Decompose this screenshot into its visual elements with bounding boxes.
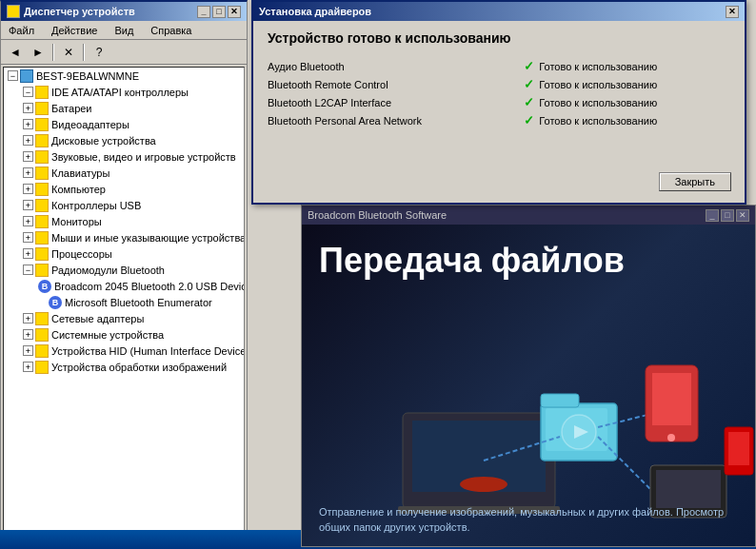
- device-manager-icon: [7, 5, 20, 18]
- toolbar: ◄ ► ✕ ?: [1, 40, 247, 65]
- tree-item[interactable]: +Мыши и иные указывающие устройства: [4, 229, 244, 245]
- driver-row: Аудио Bluetooth ✓ Готово к использованию: [268, 57, 730, 75]
- driver-dialog-close[interactable]: ✕: [726, 6, 739, 18]
- tree-item[interactable]: +Устройства HID (Human Interface Devices…: [4, 343, 244, 359]
- tree-item[interactable]: +Видеоадаптеры: [4, 116, 244, 132]
- expand-icon[interactable]: +: [23, 329, 33, 340]
- expand-icon[interactable]: +: [23, 103, 33, 113]
- titlebar-title-area: Диспетчер устройств: [7, 5, 135, 18]
- driver-content: Устройство готово к использованию Аудио …: [253, 21, 745, 139]
- svg-rect-16: [728, 432, 749, 465]
- tree-item[interactable]: +Системные устройства: [4, 326, 244, 343]
- broadcom-close[interactable]: ✕: [736, 209, 749, 222]
- tree-item[interactable]: −Радиомодули Bluetooth: [4, 262, 244, 278]
- back-button[interactable]: ◄: [5, 43, 26, 62]
- svg-rect-14: [656, 470, 721, 508]
- maximize-button[interactable]: □: [212, 6, 226, 18]
- tree-item-label: Радиомодули Bluetooth: [51, 265, 165, 276]
- svg-rect-11: [652, 373, 691, 425]
- expand-icon[interactable]: +: [23, 135, 33, 146]
- tree-item[interactable]: +Звуковые, видео и игровые устройств: [4, 148, 244, 165]
- close-button[interactable]: ✕: [228, 6, 241, 18]
- expand-icon[interactable]: +: [23, 362, 33, 372]
- svg-point-2: [460, 477, 507, 492]
- driver-name: Bluetooth Remote Control: [268, 75, 522, 93]
- broadcom-title: Broadcom Bluetooth Software: [308, 209, 447, 221]
- expand-icon[interactable]: +: [23, 184, 33, 194]
- forward-button[interactable]: ►: [28, 43, 49, 62]
- tree-item[interactable]: +Процессоры: [4, 245, 244, 262]
- driver-dialog: Установка драйверов ✕ Устройство готово …: [251, 0, 746, 205]
- broadcom-minimize[interactable]: _: [706, 209, 719, 222]
- menu-view[interactable]: Вид: [110, 24, 137, 37]
- help-button[interactable]: ?: [89, 43, 109, 62]
- expand-icon[interactable]: +: [23, 151, 33, 162]
- tree-item-label: Процессоры: [51, 248, 112, 260]
- broadcom-description: Отправление и получение изображений, муз…: [319, 505, 738, 535]
- menu-action[interactable]: Действие: [48, 24, 101, 37]
- expand-icon[interactable]: +: [23, 167, 33, 178]
- expand-icon[interactable]: −: [23, 87, 33, 97]
- expand-icon[interactable]: +: [23, 119, 33, 129]
- svg-line-9: [598, 437, 650, 489]
- driver-dialog-window-buttons: ✕: [726, 6, 739, 18]
- expand-icon[interactable]: −: [23, 265, 33, 275]
- cancel-button[interactable]: ✕: [58, 43, 79, 62]
- driver-name: Bluetooth Personal Area Network: [268, 111, 522, 129]
- toolbar-separator-1: [52, 44, 54, 61]
- driver-status: Готово к использованию: [539, 111, 730, 129]
- expand-icon[interactable]: +: [23, 248, 33, 259]
- driver-close-button[interactable]: Закрыть: [659, 172, 731, 191]
- expand-icon[interactable]: +: [23, 313, 33, 324]
- tree-item-label: Мыши и иные указывающие устройства: [51, 232, 245, 244]
- check-icon: ✓: [522, 57, 539, 75]
- menu-bar: Файл Действие Вид Справка: [1, 21, 247, 40]
- svg-point-12: [667, 434, 675, 441]
- minimize-button[interactable]: _: [197, 6, 210, 18]
- broadcom-titlebar: Broadcom Bluetooth Software _ □ ✕: [302, 206, 755, 225]
- check-icon: ✓: [522, 75, 539, 93]
- tree-item[interactable]: +Батареи: [4, 100, 244, 116]
- tree-item[interactable]: +Сетевые адаптеры: [4, 310, 244, 326]
- device-manager-title: Диспетчер устройств: [24, 6, 135, 17]
- tree-item[interactable]: +Дисковые устройства: [4, 132, 244, 148]
- tree-item-label: Звуковые, видео и игровые устройств: [51, 151, 236, 163]
- tree-item-label: Устройства HID (Human Interface Devices): [51, 345, 245, 357]
- tree-item-label: Мониторы: [51, 216, 102, 227]
- expand-icon[interactable]: +: [23, 216, 33, 226]
- tree-item[interactable]: +Клавиатуры: [4, 165, 244, 181]
- driver-name: Аудио Bluetooth: [268, 57, 522, 75]
- device-manager-window-buttons: _ □ ✕: [197, 6, 241, 18]
- tree-item-label: IDE ATA/ATAPI контроллеры: [51, 87, 189, 98]
- tree-item[interactable]: +Компьютер: [4, 181, 244, 197]
- menu-file[interactable]: Файл: [5, 24, 38, 37]
- device-manager-window: Диспетчер устройств _ □ ✕ Файл Действие …: [0, 0, 248, 549]
- expand-icon[interactable]: +: [23, 345, 33, 356]
- tree-item-label: Системные устройства: [51, 329, 164, 341]
- driver-row: Bluetooth Personal Area Network ✓ Готово…: [268, 111, 730, 129]
- expand-icon[interactable]: −: [8, 70, 18, 81]
- tree-item[interactable]: +Контроллеры USB: [4, 197, 244, 213]
- device-tree[interactable]: −BEST-9EBALWNMNE−IDE ATA/ATAPI контролле…: [3, 67, 245, 549]
- toolbar-separator-2: [83, 44, 85, 61]
- menu-help[interactable]: Справка: [147, 24, 195, 37]
- tree-item[interactable]: BBroadcom 2045 Bluetooth 2.0 USB Device: [4, 278, 244, 294]
- driver-list: Аудио Bluetooth ✓ Готово к использованию…: [268, 57, 730, 129]
- tree-item[interactable]: +Мониторы: [4, 213, 244, 229]
- expand-icon[interactable]: +: [23, 232, 33, 243]
- tree-item-label: BEST-9EBALWNMNE: [36, 70, 139, 82]
- broadcom-maximize[interactable]: □: [721, 209, 734, 222]
- tree-item-label: Microsoft Bluetooth Enumerator: [65, 297, 212, 308]
- tree-item-label: Сетевые адаптеры: [51, 313, 144, 324]
- driver-dialog-titlebar: Установка драйверов ✕: [253, 2, 745, 21]
- tree-item[interactable]: BMicrosoft Bluetooth Enumerator: [4, 294, 244, 310]
- check-icon: ✓: [522, 111, 539, 129]
- driver-row: Bluetooth Remote Control ✓ Готово к испо…: [268, 75, 730, 93]
- expand-icon[interactable]: +: [23, 200, 33, 210]
- tree-item[interactable]: −BEST-9EBALWNMNE: [4, 68, 244, 84]
- tree-item[interactable]: −IDE ATA/ATAPI контроллеры: [4, 84, 244, 100]
- tree-item-label: Батареи: [51, 103, 92, 114]
- driver-status: Готово к использованию: [539, 75, 730, 93]
- broadcom-window: Broadcom Bluetooth Software _ □ ✕ Переда…: [301, 205, 756, 547]
- tree-item[interactable]: +Устройства обработки изображений: [4, 359, 244, 375]
